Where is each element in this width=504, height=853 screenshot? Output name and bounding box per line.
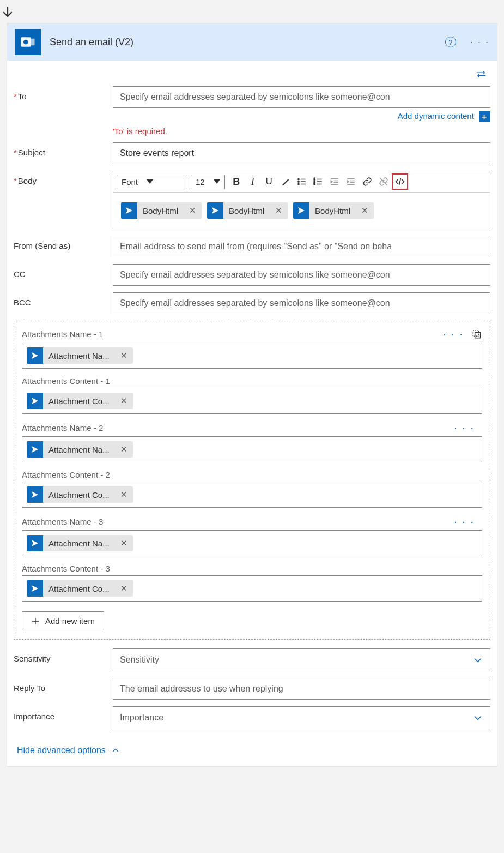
link-button[interactable] <box>359 173 375 190</box>
bold-button[interactable]: B <box>228 173 245 190</box>
code-view-button[interactable] <box>392 173 408 190</box>
swap-arrows-icon[interactable] <box>14 68 490 86</box>
attachment-content-field[interactable]: Attachment Co... ✕ <box>22 388 482 414</box>
body-token[interactable]: BodyHtml ✕ <box>293 202 374 219</box>
svg-rect-25 <box>473 331 478 336</box>
sensitivity-select[interactable]: Sensitivity <box>113 648 490 671</box>
cc-label: CC <box>14 264 113 279</box>
chevron-down-icon <box>472 654 483 665</box>
bcc-input[interactable] <box>113 292 490 314</box>
attachment-content-label: Attachments Content - 1 <box>22 376 482 386</box>
attachment-token[interactable]: Attachment Co... ✕ <box>27 486 133 503</box>
hide-advanced-options[interactable]: Hide advanced options <box>14 746 120 755</box>
body-token[interactable]: BodyHtml ✕ <box>121 202 202 219</box>
token-remove[interactable]: ✕ <box>115 444 133 454</box>
attachment-content-field[interactable]: Attachment Co... ✕ <box>22 482 482 508</box>
svg-text:3: 3 <box>313 182 315 185</box>
token-remove[interactable]: ✕ <box>184 206 202 215</box>
attachment-item-menu[interactable]: · · · <box>454 515 475 528</box>
token-icon <box>27 393 43 409</box>
numbered-list-button[interactable]: 123 <box>310 173 326 190</box>
to-label: *To <box>14 86 113 101</box>
font-size-select[interactable]: 12 <box>191 175 225 189</box>
attachment-name-field[interactable]: Attachment Na... ✕ <box>22 343 482 369</box>
token-remove[interactable]: ✕ <box>115 490 133 500</box>
body-token[interactable]: BodyHtml ✕ <box>207 202 288 219</box>
add-dynamic-plus-icon[interactable]: ＋ <box>479 111 490 122</box>
flow-arrow-down <box>0 5 504 21</box>
attachment-token[interactable]: Attachment Co... ✕ <box>27 580 133 597</box>
attachment-token[interactable]: Attachment Na... ✕ <box>27 347 133 364</box>
body-label: *Body <box>14 171 113 185</box>
attachment-content-label: Attachments Content - 3 <box>22 564 482 573</box>
rte-body[interactable]: BodyHtml ✕ BodyHtml ✕ BodyHtml ✕ <box>113 193 490 229</box>
add-dynamic-content-link[interactable]: Add dynamic content <box>398 111 474 121</box>
svg-rect-1 <box>27 39 35 46</box>
attachment-name-field[interactable]: Attachment Na... ✕ <box>22 436 482 462</box>
help-icon[interactable]: ? <box>445 37 456 47</box>
attachment-item-menu[interactable]: · · · <box>454 422 475 434</box>
token-remove[interactable]: ✕ <box>356 206 374 215</box>
subject-input[interactable] <box>113 142 490 164</box>
svg-point-5 <box>298 181 299 182</box>
card-title: Send an email (V2) <box>50 37 436 48</box>
attachment-item-menu[interactable]: · · · <box>443 328 464 340</box>
from-input[interactable] <box>113 236 490 257</box>
rte-toolbar: Font 12 B I U 123 <box>113 171 490 193</box>
bullets-button[interactable] <box>294 173 310 190</box>
attachment-name-label: Attachments Name - 1 <box>22 329 443 339</box>
attachment-name-label: Attachments Name - 2 <box>22 423 454 432</box>
token-icon <box>207 202 223 219</box>
attachment-content-label: Attachments Content - 2 <box>22 470 482 479</box>
from-label: From (Send as) <box>14 236 113 250</box>
attachment-token[interactable]: Attachment Na... ✕ <box>27 441 133 458</box>
svg-point-2 <box>23 40 28 45</box>
caret-down-icon <box>147 179 153 184</box>
attachment-content-field[interactable]: Attachment Co... ✕ <box>22 575 482 602</box>
token-remove[interactable]: ✕ <box>115 538 133 548</box>
card-menu-button[interactable]: · · · <box>470 37 489 48</box>
token-icon <box>293 202 309 219</box>
token-icon <box>27 486 43 503</box>
indent-button[interactable] <box>343 173 359 190</box>
chevron-up-icon <box>111 746 120 755</box>
bcc-label: BCC <box>14 292 113 307</box>
importance-select[interactable]: Importance <box>113 706 490 729</box>
svg-point-3 <box>298 178 299 179</box>
font-select[interactable]: Font <box>117 175 187 189</box>
attachment-token[interactable]: Attachment Na... ✕ <box>27 535 133 551</box>
copy-icon[interactable] <box>471 329 482 340</box>
attachments-block: Attachments Name - 1 · · · Attachment Na… <box>14 321 490 640</box>
token-icon <box>121 202 137 219</box>
chevron-down-icon <box>472 712 483 723</box>
sensitivity-label: Sensitivity <box>14 648 113 663</box>
outdent-button[interactable] <box>326 173 343 190</box>
underline-button[interactable]: U <box>261 173 277 190</box>
token-remove[interactable]: ✕ <box>115 584 133 593</box>
attachment-name-field[interactable]: Attachment Na... ✕ <box>22 530 482 556</box>
token-remove[interactable]: ✕ <box>115 351 133 361</box>
cc-input[interactable] <box>113 264 490 286</box>
token-icon <box>27 441 43 458</box>
italic-button[interactable]: I <box>245 173 261 190</box>
plus-icon <box>31 617 40 626</box>
card-header[interactable]: Send an email (V2) ? · · · <box>7 23 497 61</box>
font-color-button[interactable] <box>277 173 294 190</box>
caret-down-icon <box>214 179 220 184</box>
replyto-input[interactable] <box>113 678 490 700</box>
importance-label: Importance <box>14 706 113 721</box>
attachment-token[interactable]: Attachment Co... ✕ <box>27 393 133 409</box>
token-remove[interactable]: ✕ <box>115 396 133 406</box>
unlink-button[interactable] <box>375 173 392 190</box>
token-icon <box>27 347 43 364</box>
add-new-item-button[interactable]: Add new item <box>22 611 104 630</box>
token-icon <box>27 580 43 597</box>
to-error: 'To' is required. <box>113 127 490 136</box>
token-remove[interactable]: ✕ <box>270 206 288 215</box>
to-input[interactable] <box>113 86 490 108</box>
outlook-icon <box>15 29 41 55</box>
svg-point-7 <box>298 183 299 184</box>
replyto-label: Reply To <box>14 678 113 693</box>
card-body: *To Add dynamic content ＋ 'To' is requir… <box>7 61 497 766</box>
attachment-name-label: Attachments Name - 3 <box>22 517 454 526</box>
